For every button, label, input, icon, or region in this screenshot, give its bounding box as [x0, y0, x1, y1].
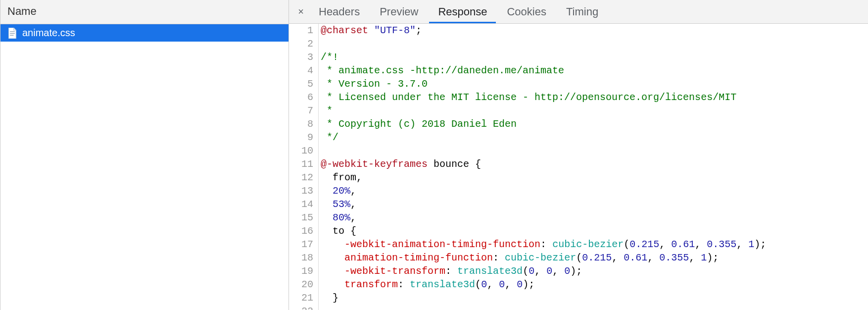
code-line: to {: [321, 224, 766, 238]
line-number: 11: [289, 157, 314, 171]
line-number: 14: [289, 198, 314, 211]
request-list: animate.css: [0, 24, 289, 310]
code-line: animation-timing-function: cubic-bezier(…: [321, 251, 766, 264]
code-line: 53%,: [321, 198, 766, 211]
close-icon[interactable]: ×: [293, 4, 309, 19]
tab-cookies[interactable]: Cookies: [498, 0, 555, 23]
code-line: */: [321, 131, 766, 144]
code-line: /*!: [321, 51, 766, 64]
details-tab-bar: × HeadersPreviewResponseCookiesTiming: [289, 0, 868, 24]
code-line: from,: [321, 171, 766, 184]
svg-rect-2: [10, 35, 13, 35]
code-line: * Copyright (c) 2018 Daniel Eden: [321, 117, 766, 131]
code-line: -webkit-animation-timing-function: cubic…: [321, 238, 766, 251]
line-number: 13: [289, 184, 314, 198]
code-line: 80%,: [321, 211, 766, 224]
request-details-panel: × HeadersPreviewResponseCookiesTiming 12…: [289, 0, 868, 310]
column-header-name[interactable]: Name: [0, 0, 289, 24]
line-number: 8: [289, 117, 314, 131]
tab-response[interactable]: Response: [429, 0, 496, 23]
line-number: 12: [289, 171, 314, 184]
code-content[interactable]: @charset "UTF-8"; /*! * animate.css -htt…: [319, 24, 766, 310]
line-number: 18: [289, 251, 314, 264]
code-line: @charset "UTF-8";: [321, 24, 766, 37]
line-number: 7: [289, 104, 314, 117]
line-number: 21: [289, 291, 314, 305]
code-line: [321, 37, 766, 51]
code-line: 20%,: [321, 184, 766, 198]
line-number: 16: [289, 224, 314, 238]
code-line: transform: translate3d(0, 0, 0);: [321, 278, 766, 291]
request-list-panel: Name animate.css: [0, 0, 289, 310]
code-line: [321, 144, 766, 157]
line-number: 1: [289, 24, 314, 37]
tab-timing[interactable]: Timing: [557, 0, 607, 23]
line-number: 17: [289, 238, 314, 251]
code-line: *: [321, 104, 766, 117]
line-number: 6: [289, 91, 314, 104]
request-row[interactable]: animate.css: [0, 24, 289, 42]
line-number: 15: [289, 211, 314, 224]
line-number: 3: [289, 51, 314, 64]
devtools-network-panel: Name animate.css × HeadersPreviewRespons…: [0, 0, 868, 310]
svg-rect-1: [10, 33, 15, 34]
code-line: -webkit-transform: translate3d(0, 0, 0);: [321, 264, 766, 278]
line-number: 10: [289, 144, 314, 157]
code-line: * animate.css -http://daneden.me/animate: [321, 64, 766, 77]
line-number-gutter: 12345678910111213141516171819202122: [289, 24, 319, 310]
svg-rect-0: [10, 31, 15, 32]
code-line: * Version - 3.7.0: [321, 77, 766, 91]
request-name: animate.css: [22, 27, 75, 39]
tab-preview[interactable]: Preview: [371, 0, 427, 23]
code-line: }: [321, 291, 766, 305]
code-line: @-webkit-keyframes bounce {: [321, 157, 766, 171]
line-number: 5: [289, 77, 314, 91]
line-number: 4: [289, 64, 314, 77]
line-number: 20: [289, 278, 314, 291]
file-icon: [7, 28, 17, 39]
line-number: 2: [289, 37, 314, 51]
line-number: 22: [289, 305, 314, 310]
tab-headers[interactable]: Headers: [310, 0, 369, 23]
line-number: 19: [289, 264, 314, 278]
line-number: 9: [289, 131, 314, 144]
code-line: [321, 305, 766, 310]
response-body[interactable]: 12345678910111213141516171819202122 @cha…: [289, 24, 868, 310]
code-line: * Licensed under the MIT license - http:…: [321, 91, 766, 104]
